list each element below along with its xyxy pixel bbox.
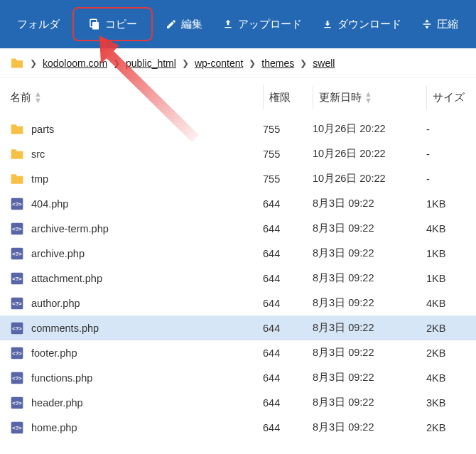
- php-file-icon: <?>: [10, 347, 24, 360]
- name-cell: <?>functions.php: [10, 372, 263, 384]
- folder-icon: [10, 173, 24, 185]
- name-cell: <?>404.php: [10, 198, 263, 210]
- svg-text:<?>: <?>: [12, 350, 22, 357]
- folder-button-label: フォルダ: [17, 18, 60, 31]
- download-button[interactable]: ダウンロード: [312, 11, 411, 37]
- perm-cell: 644: [263, 298, 313, 309]
- column-date[interactable]: 更新日時 ▲▼: [313, 85, 426, 109]
- size-cell: -: [426, 148, 476, 160]
- size-cell: 1KB: [426, 248, 476, 259]
- perm-cell: 644: [263, 198, 313, 210]
- svg-text:<?>: <?>: [12, 375, 22, 382]
- column-name[interactable]: 名前 ▲▼: [10, 85, 263, 109]
- home-folder-icon[interactable]: [10, 58, 24, 69]
- folder-button[interactable]: フォルダ: [3, 11, 70, 37]
- perm-cell: 644: [263, 397, 313, 409]
- perm-cell: 644: [263, 372, 313, 384]
- breadcrumb-separator: ❯: [30, 58, 37, 68]
- breadcrumb-item[interactable]: swell: [313, 58, 335, 69]
- copy-button-label: コピー: [105, 18, 137, 31]
- table-row[interactable]: <?>archive-term.php6448月3日 09:224KB: [0, 216, 476, 241]
- name-cell: <?>attachment.php: [10, 272, 263, 285]
- size-cell: 4KB: [426, 372, 476, 384]
- table-body: parts75510月26日 20:22-src75510月26日 20:22-…: [0, 117, 476, 440]
- breadcrumb-item[interactable]: wp-content: [195, 58, 243, 69]
- download-icon: [322, 18, 333, 30]
- copy-button[interactable]: コピー: [72, 7, 153, 41]
- date-cell: 8月3日 09:22: [313, 222, 426, 235]
- size-cell: -: [426, 173, 476, 185]
- svg-text:<?>: <?>: [12, 425, 22, 431]
- svg-text:<?>: <?>: [12, 251, 22, 257]
- breadcrumb-separator: ❯: [249, 58, 256, 68]
- file-name: functions.php: [31, 372, 92, 384]
- breadcrumb-item[interactable]: themes: [261, 58, 294, 69]
- size-cell: -: [426, 124, 476, 135]
- name-cell: <?>archive-term.php: [10, 222, 263, 235]
- perm-cell: 644: [263, 422, 313, 433]
- php-file-icon: <?>: [10, 247, 24, 260]
- table-row[interactable]: <?>attachment.php6448月3日 09:221KB: [0, 266, 476, 291]
- date-cell: 10月26日 20:22: [313, 172, 426, 185]
- size-cell: 4KB: [426, 223, 476, 234]
- column-perm-label: 権限: [269, 91, 291, 104]
- table-row[interactable]: src75510月26日 20:22-: [0, 141, 476, 166]
- folder-icon: [10, 123, 24, 136]
- table-row[interactable]: <?>functions.php6448月3日 09:224KB: [0, 365, 476, 390]
- php-file-icon: <?>: [10, 272, 24, 285]
- size-cell: 2KB: [426, 347, 476, 359]
- size-cell: 2KB: [426, 422, 476, 433]
- breadcrumb-separator: ❯: [300, 58, 307, 68]
- column-name-label: 名前: [10, 91, 31, 104]
- svg-text:<?>: <?>: [12, 276, 22, 282]
- table-row[interactable]: <?>404.php6448月3日 09:221KB: [0, 191, 476, 216]
- sort-icon: ▲▼: [34, 91, 42, 104]
- perm-cell: 755: [263, 124, 313, 135]
- date-cell: 10月26日 20:22: [313, 122, 426, 136]
- svg-text:<?>: <?>: [12, 201, 22, 207]
- name-cell: parts: [10, 123, 263, 136]
- date-cell: 8月3日 09:22: [313, 346, 426, 360]
- breadcrumb-separator: ❯: [182, 58, 189, 68]
- breadcrumb-item[interactable]: kodoloom.com: [43, 58, 107, 69]
- copy-icon: [88, 18, 101, 31]
- size-cell: 1KB: [426, 273, 476, 284]
- table-row[interactable]: <?>footer.php6448月3日 09:222KB: [0, 340, 476, 365]
- perm-cell: 644: [263, 223, 313, 234]
- file-name: archive-term.php: [31, 223, 109, 234]
- size-cell: 3KB: [426, 397, 476, 409]
- perm-cell: 644: [263, 273, 313, 284]
- table-header: 名前 ▲▼ 権限 更新日時 ▲▼ サイズ: [0, 78, 476, 117]
- table-row[interactable]: <?>comments.php6448月3日 09:222KB: [0, 315, 476, 340]
- column-size-label: サイズ: [433, 91, 465, 104]
- svg-text:<?>: <?>: [12, 325, 22, 332]
- svg-text:<?>: <?>: [12, 226, 22, 232]
- table-row[interactable]: <?>archive.php6448月3日 09:221KB: [0, 241, 476, 266]
- column-size[interactable]: サイズ: [426, 85, 476, 109]
- name-cell: src: [10, 148, 263, 161]
- php-file-icon: <?>: [10, 222, 24, 235]
- date-cell: 8月3日 09:22: [313, 197, 426, 210]
- table-row[interactable]: tmp75510月26日 20:22-: [0, 166, 476, 191]
- compress-button[interactable]: 圧縮: [411, 11, 468, 37]
- svg-text:<?>: <?>: [12, 400, 22, 406]
- perm-cell: 755: [263, 173, 313, 185]
- table-row[interactable]: parts75510月26日 20:22-: [0, 117, 476, 141]
- breadcrumb: ❯ kodoloom.com ❯ public_html ❯ wp-conten…: [0, 48, 476, 78]
- name-cell: <?>footer.php: [10, 347, 263, 360]
- toolbar: フォルダ コピー 編集 アップロード ダウンロード 圧縮: [0, 0, 476, 48]
- table-row[interactable]: <?>home.php6448月3日 09:222KB: [0, 415, 476, 440]
- table-row[interactable]: <?>author.php6448月3日 09:224KB: [0, 291, 476, 315]
- perm-cell: 644: [263, 323, 313, 334]
- file-name: 404.php: [31, 198, 68, 210]
- table-row[interactable]: <?>header.php6448月3日 09:223KB: [0, 390, 476, 415]
- upload-button-label: アップロード: [238, 18, 302, 31]
- date-cell: 8月3日 09:22: [313, 247, 426, 260]
- php-file-icon: <?>: [10, 396, 24, 409]
- perm-cell: 644: [263, 248, 313, 259]
- edit-button[interactable]: 編集: [156, 11, 212, 37]
- upload-button[interactable]: アップロード: [212, 11, 312, 37]
- date-cell: 8月3日 09:22: [313, 421, 426, 434]
- breadcrumb-item[interactable]: public_html: [126, 58, 176, 69]
- column-perm[interactable]: 権限: [263, 85, 313, 109]
